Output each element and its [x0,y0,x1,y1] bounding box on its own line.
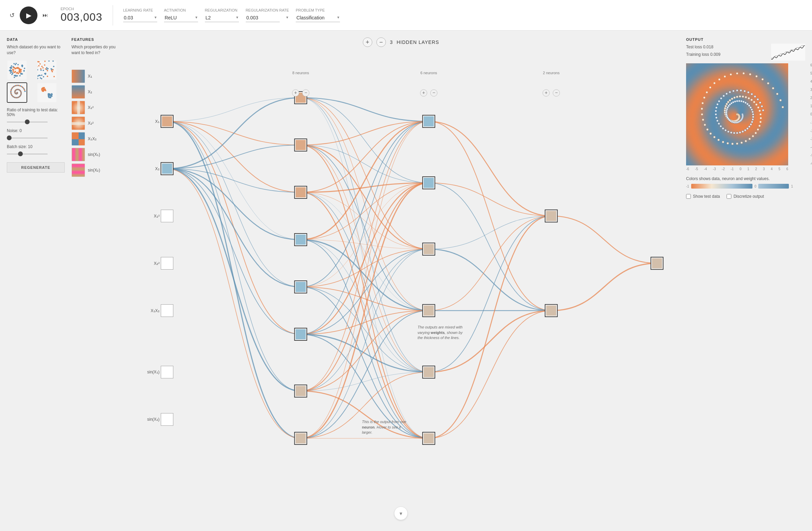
svg-text:2 neurons: 2 neurons [543,71,560,75]
svg-rect-1 [162,116,172,127]
svg-rect-24 [296,433,306,444]
activation-group: Activation ReLU [164,8,198,22]
regularization-select[interactable]: L2 [205,14,239,22]
main: DATA Which dataset do you want to use? R… [0,31,812,531]
learning-rate-group: Learning rate 0.03 [123,8,157,22]
feature-label-sinx2: sin(X₂) [88,168,100,173]
show-test-checkbox[interactable] [686,194,691,199]
noise-slider[interactable] [7,138,48,139]
svg-text:+: + [422,90,425,95]
feature-label-x1x2: X₁X₂ [88,137,97,141]
svg-rect-7 [161,366,173,378]
epoch-block: Epoch 003,003 [61,7,102,24]
dataset-grid [7,60,65,103]
svg-rect-34 [424,367,434,377]
noise-label: Noise: 0 [7,128,65,133]
feature-x1x2[interactable]: X₁X₂ [71,132,116,146]
dataset-spiral[interactable] [7,82,27,103]
x-axis: -6-5-4-3-2-1 0123456 [686,167,788,171]
data-panel: DATA Which dataset do you want to use? R… [7,38,65,524]
svg-text:−: − [304,90,307,95]
step-button[interactable]: ⏭ [40,10,50,20]
show-test-checkbox-label[interactable]: Show test data [686,194,720,199]
regenerate-button[interactable]: REGENERATE [7,162,65,173]
svg-rect-12 [296,140,306,150]
svg-rect-6 [161,305,173,317]
problem-type-group: Problem type Classification [296,8,340,22]
learning-rate-select[interactable]: 0.03 [123,14,157,22]
feature-thumb-x2sq [71,116,85,130]
loss-chart [771,44,805,61]
gradient-bar2 [758,184,789,189]
activation-select-wrap: ReLU [164,14,198,22]
problem-type-select[interactable]: Classification [296,14,340,22]
feature-label-sinx1: sin(X₁) [88,152,100,157]
network-area: + − 3 HIDDEN LAYERS 8 neurons6 neurons2 … [122,38,679,524]
svg-rect-42 [652,258,662,269]
dataset-circles[interactable] [7,60,27,80]
reg-rate-label: Regularization rate [246,8,289,12]
svg-text:X₁: X₁ [155,119,160,124]
regularization-select-wrap: L2 [205,14,239,22]
dataset-xor[interactable] [37,60,57,80]
feature-thumb-sinx1 [71,148,85,161]
activation-select[interactable]: ReLU [164,14,198,22]
svg-text:6 neurons: 6 neurons [420,71,437,75]
svg-rect-4 [161,210,173,222]
chevron-down-button[interactable]: ▾ [394,506,408,520]
batch-slider[interactable] [7,154,48,155]
discretize-checkbox-label[interactable]: Discretize output [727,194,764,199]
separator [113,5,113,26]
hidden-layers-label: HIDDEN LAYERS [397,40,439,45]
features-panel: FEATURES Which properties do you want to… [71,38,116,524]
reg-rate-select[interactable]: 0.003 [246,14,280,22]
feature-sinx2[interactable]: sin(X₂) [71,163,116,177]
discretize-checkbox[interactable] [727,194,731,199]
checkboxes-row: Show test data Discretize output [686,194,805,199]
gradient-bar [691,184,752,189]
svg-text:−: − [555,90,558,95]
feature-thumb-sinx2 [71,163,85,177]
svg-text:X₁X₂: X₁X₂ [151,308,160,313]
ratio-slider[interactable] [7,121,48,123]
regularization-group: Regularization L2 [205,8,239,22]
svg-text:sin(X₁): sin(X₁) [147,370,160,374]
network-svg-wrap: 8 neurons6 neurons2 neurons+−+−+−X₁X₂X₁²… [122,51,679,523]
feature-thumb-x2 [71,85,85,99]
feature-sinx1[interactable]: sin(X₁) [71,148,116,161]
feature-x1sq[interactable]: X₁² [71,101,116,114]
network-header: + − 3 HIDDEN LAYERS [122,38,679,47]
problem-type-select-wrap: Classification [296,14,340,22]
svg-rect-3 [162,164,172,174]
feature-x1[interactable]: X₁ [71,69,116,83]
output-viz-container: 654321 0-1-2-3-4-5-6 -6-5-4-3-2-1 012345… [686,63,805,166]
data-title: DATA [7,38,65,42]
dataset-gauss[interactable] [37,82,57,103]
feature-thumb-x1sq [71,101,85,114]
remove-layer-button[interactable]: − [376,38,386,47]
discretize-label: Discretize output [734,194,764,199]
feature-x2sq[interactable]: X₂² [71,116,116,130]
feature-label-x2: X₂ [88,89,92,94]
play-button[interactable]: ▶ [20,6,38,24]
batch-label: Batch size: 10 [7,144,65,149]
output-canvas [686,63,788,166]
activation-label: Activation [164,8,198,12]
feature-list: X₁ X₂ X₁² X₂² [71,69,116,177]
epoch-value: 003,003 [61,11,102,24]
reset-button[interactable]: ↺ [7,10,17,20]
svg-rect-36 [424,433,434,444]
show-test-label: Show test data [693,194,720,199]
add-layer-button[interactable]: + [363,38,372,47]
reg-rate-select-wrap: 0.003 [246,14,289,22]
output-panel: OUTPUT Test loss 0.018 Training loss 0.0… [686,38,805,524]
svg-rect-8 [161,413,173,426]
loss-row: Test loss 0.018 Training loss 0.009 [686,44,805,61]
svg-text:X₂²: X₂² [154,261,160,266]
feature-x2[interactable]: X₂ [71,85,116,99]
svg-text:X₁²: X₁² [154,214,160,218]
gradient-bar-wrap: -1 0 1 [686,184,805,189]
svg-text:+: + [294,90,297,95]
grad-max-label: 1 [791,185,793,188]
feature-thumb-x1x2 [71,132,85,146]
